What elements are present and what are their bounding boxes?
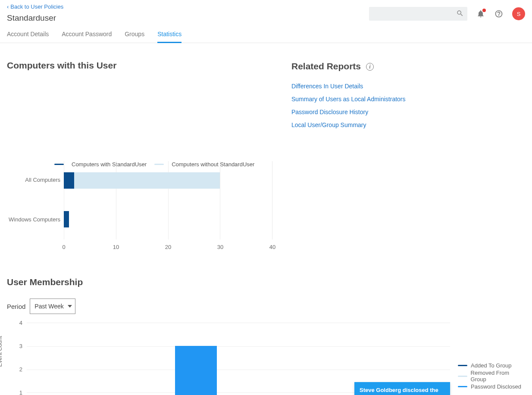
chart1-xtick: 0 bbox=[62, 244, 65, 250]
info-icon[interactable]: i bbox=[366, 63, 374, 71]
chart1-bar-win[interactable] bbox=[64, 211, 69, 227]
report-link[interactable]: Summary of Users as Local Administrators bbox=[291, 96, 525, 103]
chart2-ytick: 2 bbox=[19, 366, 22, 373]
chart2-ytick: 3 bbox=[19, 343, 22, 349]
header-left: ‹ Back to User Policies Standarduser bbox=[7, 3, 63, 23]
chart2-legend-item: Password Disclosed bbox=[471, 383, 521, 390]
chart1-bar-all-with bbox=[64, 172, 74, 189]
chart1-ylabel-win: Windows Computers bbox=[7, 216, 60, 223]
header-right: S bbox=[369, 3, 525, 21]
tab-groups[interactable]: Groups bbox=[125, 31, 144, 43]
tab-bar: Account Details Account Password Groups … bbox=[0, 23, 532, 43]
page-body: Computers with this User All Computers W… bbox=[0, 43, 532, 395]
legend-swatch-icon bbox=[458, 386, 467, 387]
legend-swatch-icon bbox=[458, 365, 467, 366]
legend-swatch-icon bbox=[54, 164, 64, 165]
back-link-label: Back to User Policies bbox=[10, 3, 63, 10]
tab-account-details[interactable]: Account Details bbox=[7, 31, 49, 43]
report-link[interactable]: Differences In User Details bbox=[291, 83, 525, 90]
chart1-bar-win-with bbox=[64, 211, 69, 227]
period-row: Period Past Week bbox=[7, 299, 525, 314]
related-reports-title: Related Reports i bbox=[291, 61, 525, 72]
chart1-xtick: 40 bbox=[269, 244, 275, 250]
tab-account-password[interactable]: Account Password bbox=[62, 31, 112, 43]
chart1-xtick: 10 bbox=[113, 244, 119, 250]
chart1-xtick: 30 bbox=[217, 244, 223, 250]
related-reports-title-text: Related Reports bbox=[291, 61, 361, 71]
computers-chart: All Computers Windows Computers bbox=[7, 161, 274, 262]
report-link[interactable]: Password Disclosure History bbox=[291, 109, 525, 115]
chart1-bar-all[interactable] bbox=[64, 172, 220, 189]
legend-swatch-icon bbox=[458, 376, 467, 377]
avatar-letter: S bbox=[517, 11, 521, 17]
computers-section-title: Computers with this User bbox=[7, 60, 274, 71]
chart2-ylabel: Event Count bbox=[0, 336, 3, 367]
search-input[interactable] bbox=[369, 7, 467, 21]
page-title: Standarduser bbox=[7, 13, 63, 23]
chart2-bar-7-29[interactable] bbox=[175, 346, 217, 395]
chart1-bar-all-without bbox=[74, 172, 220, 189]
back-to-policies-link[interactable]: ‹ Back to User Policies bbox=[7, 3, 63, 10]
notifications-button[interactable] bbox=[476, 9, 485, 19]
period-label: Period bbox=[7, 303, 25, 310]
chart2-ytick: 4 bbox=[19, 320, 22, 326]
related-reports-list: Differences In User Details Summary of U… bbox=[291, 83, 525, 128]
chart2-legend: Added To Group Removed From Group Passwo… bbox=[458, 362, 525, 390]
chart2-tooltip: Steve Goldberg disclosed the password fo… bbox=[354, 382, 450, 395]
membership-chart: Event Count 4 3 2 1 0 bbox=[7, 323, 450, 395]
tab-statistics[interactable]: Statistics bbox=[157, 31, 182, 43]
period-select[interactable]: Past Week bbox=[30, 299, 75, 314]
chart2-yaxis: 4 3 2 1 0 bbox=[15, 323, 26, 395]
report-link[interactable]: Local User/Group Summary bbox=[291, 121, 525, 128]
chart1-xtick: 20 bbox=[165, 244, 171, 250]
notification-dot-icon bbox=[482, 9, 486, 12]
chart2-legend-item: Removed From Group bbox=[471, 370, 525, 383]
user-avatar[interactable]: S bbox=[512, 7, 525, 20]
chart2-legend-item: Added To Group bbox=[471, 362, 511, 369]
chart1-ylabel-all: All Computers bbox=[7, 177, 60, 183]
page-header: ‹ Back to User Policies Standarduser S bbox=[0, 0, 532, 23]
chart1-plot bbox=[64, 161, 272, 239]
chart2-ytick: 1 bbox=[19, 389, 22, 395]
help-button[interactable] bbox=[494, 9, 504, 19]
membership-section-title: User Membership bbox=[7, 277, 525, 287]
chevron-left-icon: ‹ bbox=[7, 3, 9, 10]
search-icon bbox=[456, 9, 464, 19]
